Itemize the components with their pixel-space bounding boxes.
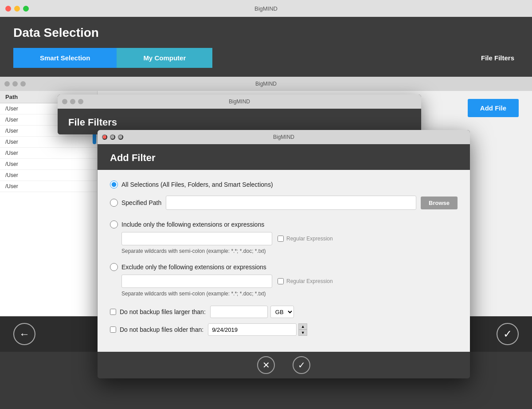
all-selections-label: All Selections (All Files, Folders, and … — [121, 181, 273, 188]
ff-max-btn — [78, 99, 83, 104]
include-regex-row: Regular Expression — [278, 236, 333, 242]
exclude-ext-input-row: Regular Expression — [121, 275, 458, 288]
af-window-title: BigMIND — [273, 134, 294, 140]
include-extensions-label: Include only the following extensions or… — [121, 221, 264, 228]
include-ext-input-row: Regular Expression — [121, 232, 458, 245]
af-window-controls — [102, 134, 123, 140]
af-close-button[interactable] — [102, 134, 107, 140]
backup-options: Do not backup files larger than: GB Do n… — [110, 306, 458, 336]
exclude-extensions-section: Exclude only the following extensions or… — [110, 263, 458, 297]
path-row[interactable]: /User — [0, 137, 97, 148]
specified-path-row: Specified Path Browse — [110, 196, 458, 210]
tab-bar: Smart Selection My Computer File Filters — [13, 48, 519, 68]
include-extensions-input[interactable] — [121, 232, 272, 245]
max-age-date-input[interactable] — [208, 323, 297, 336]
ff-min-btn — [70, 99, 75, 104]
add-file-button[interactable]: Add File — [468, 99, 519, 117]
maximize-button[interactable] — [23, 6, 29, 12]
back-button[interactable]: ← — [13, 323, 35, 345]
all-selections-radio[interactable] — [110, 181, 118, 189]
max-size-row: Do not backup files larger than: GB — [110, 306, 458, 318]
bg-window-title: BigMIND — [255, 81, 277, 87]
max-size-label: Do not backup files larger than: — [120, 308, 206, 315]
max-size-checkbox[interactable] — [110, 309, 116, 315]
date-stepper[interactable]: ▲ ▼ — [298, 323, 307, 336]
bg-maximize-btn — [20, 81, 26, 87]
file-filters-dialog: BigMIND File Filters — [58, 94, 421, 134]
bg-close-btn — [4, 81, 10, 87]
window-controls — [5, 6, 29, 12]
next-button[interactable]: ✓ — [497, 323, 519, 345]
include-extensions-section: Include only the following extensions or… — [110, 220, 458, 254]
window-title: BigMIND — [254, 5, 278, 12]
include-extensions-radio[interactable] — [110, 220, 118, 228]
date-down-button[interactable]: ▼ — [298, 330, 307, 336]
path-row[interactable]: /User — [0, 181, 97, 192]
close-button[interactable] — [5, 6, 11, 12]
browse-button[interactable]: Browse — [421, 197, 458, 209]
max-age-checkbox[interactable] — [110, 326, 116, 333]
include-regex-label: Regular Expression — [286, 236, 333, 242]
path-row[interactable]: /User — [0, 148, 97, 159]
bg-minimize-btn — [12, 81, 18, 87]
exclude-extensions-radio[interactable] — [110, 263, 118, 271]
main-content: Data Selection Smart Selection My Comput… — [0, 17, 532, 77]
exclude-hint: Separate wildcards with semi-colon (exam… — [121, 291, 458, 297]
confirm-icon: ✓ — [298, 360, 305, 370]
exclude-extensions-input[interactable] — [121, 275, 272, 288]
max-age-row: Do not backup files older than: ▲ ▼ — [110, 323, 458, 336]
ff-close-btn — [62, 99, 67, 104]
add-filter-dialog: BigMIND Add Filter All Selections (All F… — [98, 130, 470, 378]
all-selections-row: All Selections (All Files, Folders, and … — [110, 181, 458, 189]
specified-path-radio[interactable] — [110, 199, 118, 207]
include-hint: Separate wildcards with semi-colon (exam… — [121, 248, 458, 254]
cancel-icon: ✕ — [262, 360, 270, 370]
ff-heading: File Filters — [68, 117, 117, 128]
file-filters-label: File Filters — [481, 54, 519, 62]
max-size-input[interactable] — [210, 306, 268, 318]
tab-my-computer[interactable]: My Computer — [117, 48, 212, 68]
af-body: All Selections (All Files, Folders, and … — [98, 170, 470, 352]
af-heading: Add Filter — [110, 152, 156, 163]
exclude-regex-row: Regular Expression — [278, 278, 333, 284]
path-row[interactable]: /User — [0, 170, 97, 181]
include-regex-checkbox[interactable] — [278, 236, 284, 242]
title-bar: BigMIND — [0, 0, 532, 17]
include-ext-row: Include only the following extensions or… — [110, 220, 458, 228]
ff-titlebar: BigMIND — [58, 94, 421, 109]
exclude-regex-checkbox[interactable] — [278, 278, 284, 284]
exclude-regex-label: Regular Expression — [286, 278, 333, 284]
af-confirm-button[interactable]: ✓ — [293, 356, 310, 374]
page-title: Data Selection — [13, 26, 519, 40]
date-up-button[interactable]: ▲ — [298, 323, 307, 330]
tab-smart-selection[interactable]: Smart Selection — [13, 48, 117, 68]
back-icon: ← — [19, 328, 30, 340]
path-row[interactable]: /User — [0, 159, 97, 170]
af-cancel-button[interactable]: ✕ — [257, 356, 275, 374]
next-icon: ✓ — [503, 328, 512, 340]
max-age-label: Do not backup files older than: — [120, 326, 203, 333]
af-header: Add Filter — [98, 144, 470, 170]
specified-path-label: Specified Path — [121, 199, 161, 206]
ff-window-controls — [62, 99, 83, 104]
bg-window-controls — [4, 81, 26, 87]
minimize-button[interactable] — [14, 6, 20, 12]
specified-path-input[interactable] — [166, 196, 416, 210]
af-bottom-bar: ✕ ✓ — [98, 352, 470, 378]
exclude-extensions-label: Exclude only the following extensions or… — [121, 263, 266, 271]
bg-window-titlebar: BigMIND — [0, 77, 532, 91]
background-window: BigMIND Path /User /User /User /User /Us… — [0, 77, 532, 352]
ff-window-title: BigMIND — [229, 98, 250, 105]
af-maximize-button[interactable] — [118, 134, 123, 140]
size-unit-select[interactable]: GB — [270, 306, 294, 318]
af-minimize-button[interactable] — [110, 134, 115, 140]
exclude-ext-row: Exclude only the following extensions or… — [110, 263, 458, 271]
af-titlebar: BigMIND — [98, 130, 470, 144]
